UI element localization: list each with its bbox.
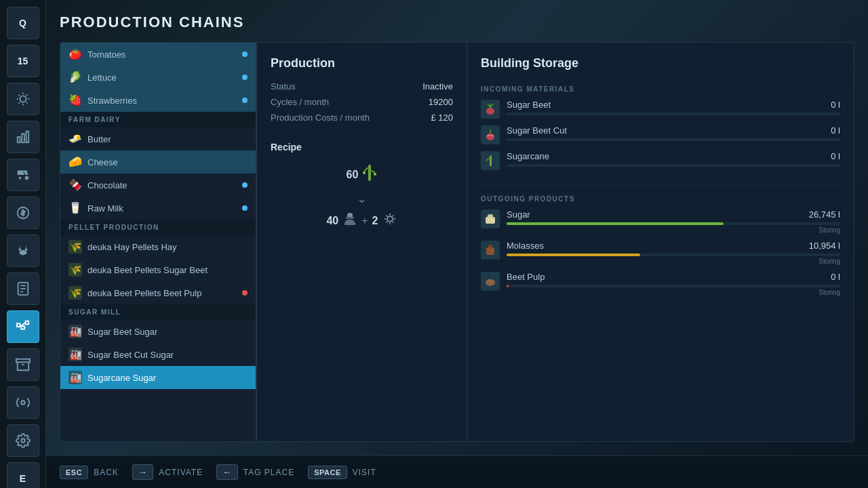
chain-item-raw-milk[interactable]: 🥛 Raw Milk — [60, 197, 256, 220]
svg-rect-28 — [490, 155, 492, 166]
chain-item-cheese[interactable]: 🧀 Cheese — [60, 150, 256, 174]
svg-point-5 — [19, 250, 26, 255]
space-badge: SPACE — [308, 466, 347, 479]
svg-point-6 — [18, 248, 21, 251]
tag-label: TAG PLACE — [243, 468, 294, 477]
chain-item-sugar-beet-sugar[interactable]: 🏭 Sugar Beet Sugar — [60, 320, 256, 343]
chains-scroll[interactable]: 🍅 Tomatoes 🥬 Lettuce 🍓 Strawberries FARM… — [60, 43, 256, 441]
svg-point-34 — [486, 279, 495, 286]
chain-item-lettuce[interactable]: 🥬 Lettuce — [60, 66, 256, 89]
svg-point-30 — [488, 220, 489, 221]
sugar-beet-cut-bar-container — [507, 138, 840, 141]
chain-item-sugar-beet-cut[interactable]: 🏭 Sugar Beet Cut Sugar — [60, 343, 256, 366]
worker-recipe-icon — [342, 211, 357, 226]
chain-item-beet-pellets-pulp[interactable]: 🌾 deuka Beet Pellets Beet Pulp — [60, 281, 256, 304]
storage-item-sugar-beet-cut: Sugar Beet Cut 0 l — [481, 125, 840, 144]
beet-pulp-amount: 0 l — [831, 272, 840, 282]
esc-badge: ESC — [60, 466, 88, 479]
settings-icon — [16, 433, 31, 448]
hotkey-activate: → ACTIVATE — [132, 464, 203, 480]
sidebar-btn-animals[interactable] — [7, 235, 39, 267]
sidebar-btn-contracts[interactable] — [7, 272, 39, 305]
chain-item-hay-pellets[interactable]: 🌾 deuka Hay Pellets Hay — [60, 235, 256, 258]
chain-item-label: Tomatoes — [87, 49, 125, 60]
molasses-status: Storing — [507, 258, 840, 265]
milk-icon: 🥛 — [68, 201, 82, 215]
chain-item-tomatoes[interactable]: 🍅 Tomatoes — [60, 43, 256, 66]
chain-item-butter[interactable]: 🧈 Butter — [60, 127, 256, 150]
molasses-bar — [507, 253, 640, 256]
activate-key-badge: → — [132, 464, 154, 480]
costs-value: £ 120 — [431, 113, 453, 123]
hotkey-visit: SPACE VISIT — [308, 466, 376, 479]
beet-pulp-dot — [242, 290, 248, 296]
chain-item-label: Cheese — [87, 157, 118, 167]
sidebar-btn-weather[interactable] — [7, 83, 39, 115]
chain-item-label: Sugar Beet Sugar — [87, 327, 157, 337]
svg-point-31 — [490, 218, 492, 220]
sidebar: Q 15 — [0, 0, 46, 488]
sidebar-btn-production[interactable] — [7, 310, 39, 343]
svg-point-18 — [21, 439, 25, 443]
butter-icon: 🧈 — [68, 132, 82, 146]
sidebar-btn-machines[interactable] — [7, 386, 39, 419]
sugarcane-recipe-icon — [362, 163, 377, 182]
page-title: PRODUCTION CHAINS — [60, 14, 854, 31]
storage-icon — [16, 357, 31, 372]
production-title: Production — [271, 56, 453, 70]
cheese-icon: 🧀 — [68, 155, 82, 169]
svg-rect-29 — [486, 217, 495, 224]
svg-point-21 — [374, 173, 376, 176]
bottom-bar: ESC BACK → ACTIVATE ← TAG PLACE SPACE VI… — [46, 455, 868, 488]
tomatoes-dot — [242, 52, 248, 57]
chain-item-beet-pellets-sugar[interactable]: 🌾 deuka Beet Pellets Sugar Beet — [60, 258, 256, 281]
chain-item-sugarcane-sugar[interactable]: 🏭 Sugarcane Sugar — [60, 366, 256, 389]
machines-icon — [16, 395, 31, 410]
chain-item-label: Strawberries — [87, 96, 137, 106]
recipe-top-icon — [362, 163, 377, 186]
sidebar-btn-stats[interactable] — [7, 121, 39, 153]
storage-title: Building Storage — [481, 56, 840, 70]
chocolate-icon: 🍫 — [68, 178, 82, 192]
sugar-beet-info: Sugar Beet 0 l — [507, 100, 840, 115]
molasses-icon — [484, 244, 496, 256]
recipe-bottom-icon2 — [382, 211, 397, 230]
stat-row-costs: Production Costs / month £ 120 — [271, 113, 453, 123]
molasses-amount: 10,954 l — [809, 241, 840, 251]
molasses-row: Molasses 10,954 l — [507, 241, 840, 251]
animals-icon — [16, 243, 31, 258]
molasses-info: Molasses 10,954 l Storing — [507, 241, 840, 265]
hay-pellets-icon: 🌾 — [68, 240, 82, 253]
sidebar-btn-q[interactable]: Q — [7, 7, 39, 39]
section-farm-dairy: FARM DAIRY — [60, 112, 256, 127]
section-pellet: PELLET PRODUCTION — [60, 220, 256, 235]
chain-item-strawberries[interactable]: 🍓 Strawberries — [60, 89, 256, 112]
cycles-value: 19200 — [429, 97, 453, 107]
stat-row-status: Status Inactive — [271, 81, 453, 92]
sidebar-btn-e[interactable]: E — [7, 462, 39, 488]
chain-item-chocolate[interactable]: 🍫 Chocolate — [60, 174, 256, 197]
contracts-icon — [16, 281, 31, 296]
milk-dot — [242, 205, 248, 211]
activate-label: ACTIVATE — [159, 468, 203, 477]
recipe-top-row: 60 — [347, 163, 378, 186]
sidebar-btn-storage[interactable] — [7, 348, 39, 381]
chain-item-label: Sugar Beet Cut Sugar — [87, 350, 174, 360]
money-icon — [16, 205, 31, 220]
sugar-beet-name: Sugar Beet — [507, 100, 551, 110]
e-label: E — [20, 473, 26, 484]
sidebar-btn-tractor[interactable] — [7, 159, 39, 191]
lettuce-dot — [242, 75, 248, 80]
beet-pulp-info: Beet Pulp 0 l Storing — [507, 272, 840, 296]
svg-rect-15 — [16, 359, 29, 363]
sugar-beet-bar-container — [507, 113, 840, 115]
sidebar-btn-money[interactable] — [7, 197, 39, 229]
chains-panel: 🍅 Tomatoes 🥬 Lettuce 🍓 Strawberries FARM… — [60, 42, 256, 442]
sidebar-btn-settings[interactable] — [7, 424, 39, 457]
sugarcane-bar-container — [507, 164, 840, 167]
sidebar-btn-15[interactable]: 15 — [7, 45, 39, 77]
storage-item-molasses: Molasses 10,954 l Storing — [481, 241, 840, 265]
weather-icon — [16, 92, 31, 106]
svg-point-26 — [486, 134, 494, 140]
recipe-bottom-icon1 — [342, 211, 357, 230]
